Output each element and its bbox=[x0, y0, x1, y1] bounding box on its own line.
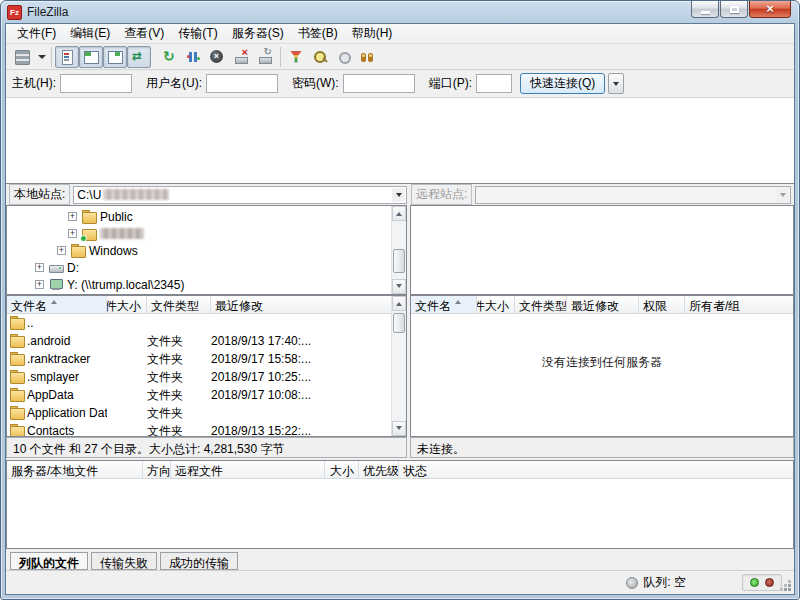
scroll-up-icon[interactable] bbox=[392, 206, 406, 221]
password-label: 密码(W): bbox=[292, 75, 339, 92]
file-row[interactable]: AppData 文件夹 2018/9/17 10:08:... bbox=[7, 386, 406, 404]
tab-failed-transfers[interactable]: 传输失败 bbox=[91, 552, 157, 570]
column-header-filetype[interactable]: 文件类型 bbox=[515, 296, 567, 313]
column-header-filesize[interactable]: 文件大小 bbox=[107, 296, 147, 313]
file-row[interactable]: .smplayer 文件夹 2018/9/17 10:25:... bbox=[7, 368, 406, 386]
local-site-combobox[interactable]: C:\U bbox=[73, 186, 407, 204]
expand-icon[interactable]: + bbox=[57, 246, 66, 255]
file-row[interactable]: .. bbox=[7, 314, 406, 332]
quickconnect-dropdown-button[interactable] bbox=[608, 73, 624, 94]
password-input[interactable] bbox=[343, 74, 415, 93]
find-files-button[interactable] bbox=[356, 46, 380, 68]
sync-browse-icon bbox=[336, 49, 352, 65]
toggle-message-log-button[interactable] bbox=[55, 46, 79, 68]
list-status-row: 10 个文件 和 27 个目录。大小总计: 4,281,530 字节 未连接。 bbox=[6, 437, 794, 458]
user-folder-icon bbox=[81, 227, 97, 241]
port-input[interactable] bbox=[476, 74, 512, 93]
tree-item-public[interactable]: + Public bbox=[7, 208, 406, 225]
process-queue-icon bbox=[185, 49, 201, 65]
quickconnect-button[interactable]: 快速连接(Q) bbox=[520, 73, 605, 94]
toggle-local-tree-button[interactable] bbox=[79, 46, 103, 68]
username-input[interactable] bbox=[206, 74, 278, 93]
minimize-button[interactable] bbox=[691, 1, 719, 18]
folder-icon bbox=[70, 244, 86, 258]
file-row[interactable]: Application Data 文件夹 bbox=[7, 404, 406, 422]
host-input[interactable] bbox=[60, 74, 132, 93]
tree-item-windows[interactable]: + Windows bbox=[7, 242, 406, 259]
scroll-up-icon[interactable] bbox=[392, 296, 406, 311]
local-list-body[interactable]: .. .android 文件夹 2018/9/13 17:40:... bbox=[7, 314, 406, 437]
column-header-modified[interactable]: 最近修改 bbox=[211, 296, 406, 313]
disconnect-button[interactable] bbox=[229, 46, 253, 68]
find-icon bbox=[360, 49, 376, 65]
file-row[interactable]: .android 文件夹 2018/9/13 17:40:... bbox=[7, 332, 406, 350]
local-directory-tree[interactable]: + Public + + bbox=[6, 205, 407, 295]
maximize-button[interactable] bbox=[720, 1, 748, 18]
column-header-permissions[interactable]: 权限 bbox=[639, 296, 685, 313]
expand-icon[interactable]: + bbox=[35, 280, 44, 289]
scrollbar-thumb[interactable] bbox=[393, 313, 405, 333]
tree-item-user-redacted[interactable]: + bbox=[7, 225, 406, 242]
expand-icon[interactable]: + bbox=[35, 263, 44, 272]
username-label: 用户名(U): bbox=[146, 75, 202, 92]
scroll-down-icon[interactable] bbox=[392, 421, 406, 436]
local-file-list[interactable]: 文件名 文件大小 文件类型 最近修改 .. bbox=[6, 295, 407, 437]
chevron-down-icon[interactable] bbox=[392, 188, 405, 202]
tab-queued-files[interactable]: 列队的文件 bbox=[10, 552, 88, 570]
column-header-size[interactable]: 大小 bbox=[325, 461, 359, 478]
toolbar-separator bbox=[51, 47, 52, 67]
menu-file[interactable]: 文件(F) bbox=[10, 23, 63, 44]
file-row[interactable]: .ranktracker 文件夹 2018/9/17 15:58:... bbox=[7, 350, 406, 368]
refresh-button[interactable] bbox=[157, 46, 181, 68]
resize-grip[interactable] bbox=[788, 588, 791, 591]
menu-bookmarks[interactable]: 书签(B) bbox=[291, 23, 345, 44]
drive-icon bbox=[48, 261, 64, 275]
menu-help[interactable]: 帮助(H) bbox=[345, 23, 400, 44]
queue-status-icon bbox=[626, 577, 638, 589]
folder-icon bbox=[9, 352, 25, 366]
sort-ascending-icon bbox=[455, 297, 461, 304]
tab-successful-transfers[interactable]: 成功的传输 bbox=[160, 552, 238, 570]
column-header-filename[interactable]: 文件名 bbox=[411, 296, 477, 313]
cancel-operation-button[interactable] bbox=[205, 46, 229, 68]
column-header-filetype[interactable]: 文件类型 bbox=[147, 296, 211, 313]
menu-edit[interactable]: 编辑(E) bbox=[63, 23, 117, 44]
reconnect-button[interactable] bbox=[253, 46, 277, 68]
column-header-filename[interactable]: 文件名 bbox=[7, 296, 107, 313]
scrollbar-thumb[interactable] bbox=[393, 249, 405, 273]
filter-button[interactable] bbox=[284, 46, 308, 68]
directory-comparison-button[interactable] bbox=[308, 46, 332, 68]
column-header-filesize[interactable]: 文件大小 bbox=[477, 296, 515, 313]
column-header-direction[interactable]: 方向 bbox=[143, 461, 171, 478]
column-header-modified[interactable]: 最近修改 bbox=[567, 296, 639, 313]
tree-scrollbar[interactable] bbox=[391, 206, 406, 294]
list-scrollbar[interactable] bbox=[391, 296, 406, 436]
scroll-down-icon[interactable] bbox=[392, 279, 406, 294]
site-manager-dropdown-button[interactable] bbox=[34, 46, 48, 68]
file-row[interactable]: Contacts 文件夹 2018/9/13 15:22:... bbox=[7, 422, 406, 437]
toggle-remote-tree-button[interactable] bbox=[103, 46, 127, 68]
compare-icon bbox=[312, 49, 328, 65]
expand-icon[interactable]: + bbox=[68, 212, 77, 221]
menu-view[interactable]: 查看(V) bbox=[117, 23, 171, 44]
port-label: 端口(P): bbox=[429, 75, 472, 92]
toggle-transfer-queue-button[interactable] bbox=[127, 46, 151, 68]
column-header-remote-file[interactable]: 远程文件 bbox=[171, 461, 325, 478]
column-header-owner-group[interactable]: 所有者/组 bbox=[685, 296, 793, 313]
column-header-status[interactable]: 状态 bbox=[399, 461, 469, 478]
menu-server[interactable]: 服务器(S) bbox=[225, 23, 291, 44]
title-bar[interactable]: Fz FileZilla bbox=[1, 1, 799, 23]
synchronized-browsing-button[interactable] bbox=[332, 46, 356, 68]
site-manager-button[interactable] bbox=[10, 46, 34, 68]
tree-item-drive-y[interactable]: + Y: (\\trump.local\2345) bbox=[7, 276, 406, 293]
menu-transfer[interactable]: 传输(T) bbox=[171, 23, 224, 44]
tree-item-drive-d[interactable]: + D: bbox=[7, 259, 406, 276]
process-queue-button[interactable] bbox=[181, 46, 205, 68]
expand-icon[interactable]: + bbox=[68, 229, 77, 238]
close-button[interactable] bbox=[749, 1, 791, 18]
column-header-server-local-file[interactable]: 服务器/本地文件 bbox=[7, 461, 143, 478]
column-header-priority[interactable]: 优先级 bbox=[359, 461, 399, 478]
transfer-queue: 服务器/本地文件 方向 远程文件 大小 优先级 状态 bbox=[6, 460, 794, 549]
quickconnect-bar: 主机(H): 用户名(U): 密码(W): 端口(P): 快速连接(Q) bbox=[6, 70, 794, 98]
led-green-icon bbox=[750, 578, 759, 587]
